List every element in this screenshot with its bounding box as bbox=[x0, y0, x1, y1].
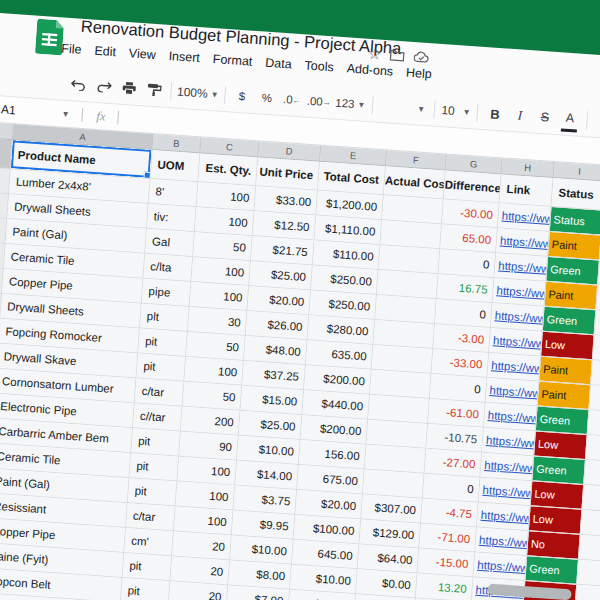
menu-help[interactable]: Help bbox=[406, 66, 433, 82]
cell-B9[interactable]: pit bbox=[137, 354, 187, 382]
cell-F1[interactable]: Actual Cost bbox=[384, 166, 446, 199]
cell-B1[interactable]: UOM bbox=[150, 150, 200, 182]
link-row-3[interactable]: https://www.r bbox=[496, 228, 550, 257]
link-row-11[interactable]: https://www.r bbox=[482, 428, 536, 457]
text-color-button[interactable]: A bbox=[561, 106, 579, 132]
cell-D1[interactable]: Unit Price bbox=[256, 157, 320, 190]
move-folder-icon[interactable] bbox=[390, 48, 406, 62]
print-button[interactable] bbox=[120, 77, 137, 100]
link-row-2[interactable]: https://www.r bbox=[498, 203, 552, 232]
cell-G13[interactable]: 0 bbox=[423, 474, 481, 503]
menu-data[interactable]: Data bbox=[265, 56, 292, 72]
select-all-corner[interactable] bbox=[0, 122, 14, 141]
cell-B13[interactable]: pit bbox=[130, 453, 180, 481]
link-row-6[interactable]: https://www.r bbox=[491, 303, 545, 332]
redo-button[interactable] bbox=[95, 75, 112, 98]
link-row-7[interactable]: https://www.r bbox=[489, 328, 543, 357]
font-family-select[interactable]: ▼ bbox=[381, 95, 426, 120]
cell-H1[interactable]: Link bbox=[500, 174, 554, 207]
cell-G14[interactable]: -4.75 bbox=[421, 499, 479, 528]
cell-B5[interactable]: c/lta bbox=[143, 254, 193, 282]
formula-input-cursor[interactable] bbox=[117, 111, 119, 125]
cell-G7[interactable]: -3.00 bbox=[433, 324, 491, 353]
cell-I11[interactable]: Low bbox=[534, 431, 588, 460]
decrease-decimal-button[interactable]: .0← bbox=[283, 88, 300, 111]
fill-color-button[interactable] bbox=[596, 110, 600, 133]
cell-I4[interactable]: Green bbox=[546, 257, 600, 286]
cell-B4[interactable]: Gal bbox=[145, 229, 195, 257]
cell-G5[interactable]: 16.75 bbox=[437, 274, 495, 303]
cell-B11[interactable]: c//tar bbox=[133, 403, 183, 431]
cell-C19[interactable]: 20 bbox=[169, 581, 229, 600]
cell-I9[interactable]: Paint bbox=[538, 382, 592, 411]
name-box-dropdown-icon[interactable]: ▼ bbox=[61, 109, 70, 119]
cell-G4[interactable]: 0 bbox=[439, 249, 497, 278]
bold-button[interactable]: B bbox=[486, 102, 503, 125]
font-size-select[interactable]: 10▼ bbox=[443, 99, 469, 123]
zoom-select[interactable]: 100%▼ bbox=[180, 81, 216, 105]
format-percent-button[interactable]: % bbox=[258, 86, 275, 109]
italic-button[interactable]: I bbox=[511, 104, 528, 127]
link-row-13[interactable]: https://www.r bbox=[479, 478, 533, 507]
link-row-4[interactable]: https://www.r bbox=[494, 253, 548, 282]
menu-edit[interactable]: Edit bbox=[94, 44, 116, 59]
cell-B18[interactable]: pit bbox=[123, 553, 173, 581]
number-format-select[interactable]: 123▼ bbox=[337, 92, 364, 116]
cell-G17[interactable]: -15.00 bbox=[418, 549, 476, 578]
paint-format-button[interactable] bbox=[145, 78, 162, 101]
menu-file[interactable]: File bbox=[61, 41, 82, 56]
cell-C1[interactable]: Est. Qty. bbox=[198, 153, 258, 186]
menu-addons[interactable]: Add-ons bbox=[346, 61, 393, 78]
cell-G12[interactable]: -27.00 bbox=[425, 449, 483, 478]
cell-I13[interactable]: Low bbox=[531, 481, 585, 510]
link-row-10[interactable]: https://www.r bbox=[484, 403, 538, 432]
cell-I7[interactable]: Low bbox=[541, 332, 595, 361]
cell-G10[interactable]: -61.00 bbox=[428, 399, 486, 428]
cell-I6[interactable]: Green bbox=[543, 307, 597, 336]
cell-I5[interactable]: Paint bbox=[545, 282, 599, 311]
cell-G6[interactable]: 0 bbox=[435, 299, 493, 328]
menu-format[interactable]: Format bbox=[212, 52, 252, 69]
cell-E1[interactable]: Total Cost bbox=[318, 162, 386, 196]
cell-B6[interactable]: pipe bbox=[142, 279, 192, 307]
link-row-9[interactable]: https://www.r bbox=[486, 378, 540, 407]
cell-B12[interactable]: pit bbox=[131, 428, 181, 456]
menu-insert[interactable]: Insert bbox=[168, 49, 200, 65]
cell-B17[interactable]: cm' bbox=[124, 528, 174, 556]
cell-B7[interactable]: plt bbox=[140, 304, 190, 332]
star-icon[interactable]: ☆ bbox=[367, 46, 381, 62]
cell-B14[interactable]: pit bbox=[128, 478, 178, 506]
cell-I15[interactable]: No bbox=[527, 531, 581, 560]
name-box[interactable]: A1 bbox=[0, 102, 59, 120]
link-row-12[interactable]: https://www.r bbox=[480, 453, 534, 482]
link-row-17[interactable]: https://www.r bbox=[473, 553, 527, 582]
cell-I17[interactable]: Green bbox=[525, 556, 579, 585]
cell-G11[interactable]: -10.75 bbox=[426, 424, 484, 453]
format-currency-button[interactable]: $ bbox=[233, 85, 250, 108]
cell-G8[interactable]: -33.00 bbox=[432, 349, 490, 378]
cell-I12[interactable]: Green bbox=[532, 456, 586, 485]
link-row-15[interactable]: https://www.r bbox=[475, 528, 529, 557]
increase-decimal-button[interactable]: .00→ bbox=[308, 90, 330, 113]
cell-G3[interactable]: 65.00 bbox=[440, 224, 498, 253]
cell-B15[interactable]: c/tar bbox=[126, 503, 176, 531]
cloud-saved-icon[interactable] bbox=[414, 50, 431, 65]
cell-I14[interactable]: Low bbox=[529, 506, 583, 535]
cell-G9[interactable]: 0 bbox=[430, 374, 488, 403]
cell-B8[interactable]: pit bbox=[138, 329, 188, 357]
cell-B10[interactable]: c/tar bbox=[135, 378, 185, 406]
cell-G18[interactable]: 13.20 bbox=[416, 574, 474, 600]
cell-B2[interactable]: 8' bbox=[149, 179, 199, 207]
cell-I8[interactable]: Paint bbox=[539, 357, 593, 386]
cell-B3[interactable]: tiv: bbox=[147, 204, 197, 232]
menu-view[interactable]: View bbox=[128, 46, 156, 62]
cell-G2[interactable]: -30.00 bbox=[442, 199, 500, 228]
cell-G1[interactable]: Difference bbox=[444, 171, 502, 204]
link-row-5[interactable]: https://www.r bbox=[493, 278, 547, 307]
link-row-8[interactable]: https://www.r bbox=[487, 353, 541, 382]
cell-I3[interactable]: Paint bbox=[548, 232, 600, 261]
cell-I10[interactable]: Green bbox=[536, 407, 590, 436]
cell-I1[interactable]: Status bbox=[551, 178, 600, 211]
undo-button[interactable] bbox=[70, 73, 87, 96]
cell-B19[interactable]: pit bbox=[121, 578, 171, 600]
